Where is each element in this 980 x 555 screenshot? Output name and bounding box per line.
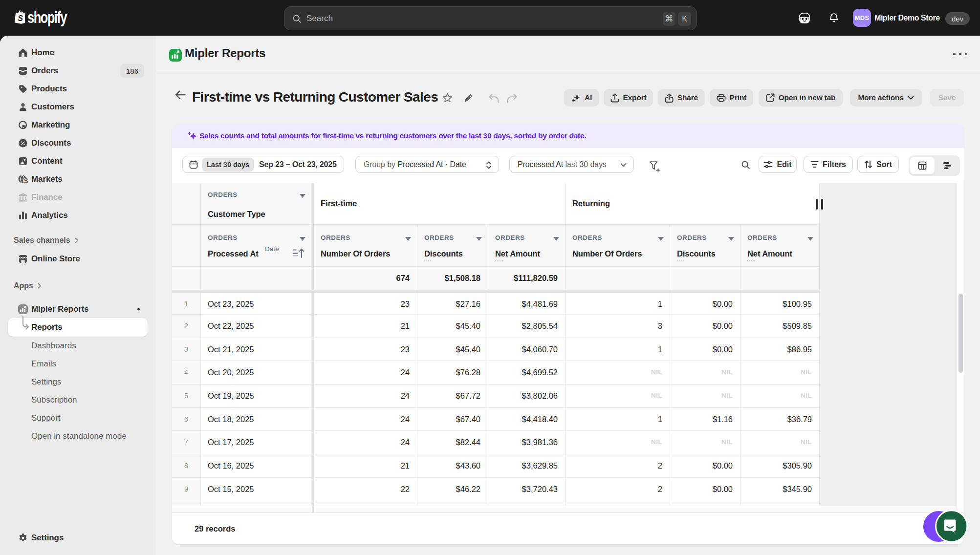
svg-text:$: $ bbox=[24, 177, 28, 185]
svg-text:S: S bbox=[18, 14, 23, 22]
